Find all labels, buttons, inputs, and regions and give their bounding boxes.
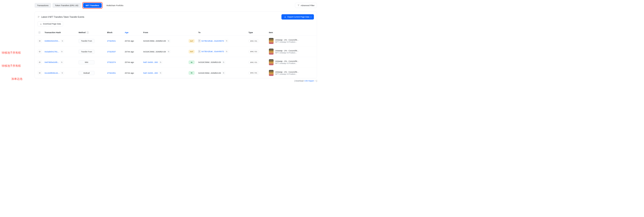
item-title[interactable]: Uniswap - 1% - Cocoro/W... (275, 39, 298, 41)
type-badge: ERC-721 (248, 39, 259, 43)
block-link[interactable]: 27322541 (107, 40, 116, 42)
copy-icon (226, 40, 228, 42)
svg-rect-15 (62, 62, 62, 63)
view-details-button[interactable] (38, 71, 42, 75)
nft-thumbnail[interactable] (269, 70, 274, 76)
table-row: 0x2ade541781... Transfer From 27322537 2… (35, 46, 317, 57)
copy-icon (61, 61, 62, 63)
method-badge: Multicall (78, 71, 94, 75)
copy-hash-button[interactable] (60, 61, 64, 64)
block-link[interactable]: 27322274 (107, 61, 116, 64)
svg-rect-6 (226, 40, 227, 41)
download-button-label: Download Page Data (43, 23, 61, 25)
tx-hash-link[interactable]: 0x2ade541781... (45, 51, 59, 53)
item-subtitle: NFT: Uniswap V3 Position... (275, 63, 298, 65)
col-age[interactable]: Age (123, 29, 142, 36)
tab-token-transfers[interactable]: Token Transfers (ERC-20) (52, 3, 81, 8)
copy-to-button[interactable] (222, 61, 225, 64)
tab-nft-transfers[interactable]: NFT Transfers (83, 3, 102, 8)
from-address[interactable]: 0x319C399d...b29d82A29 (143, 40, 166, 42)
svg-rect-19 (224, 62, 224, 63)
chevron-down-icon: ▾ (310, 16, 312, 18)
from-address[interactable]: Null: 0x000...000 (143, 72, 158, 74)
type-badge: ERC-721 (248, 71, 259, 75)
to-address[interactable]: 0x319C399d...b29d82A29 (198, 72, 221, 74)
svg-rect-12 (226, 51, 227, 52)
copy-from-button[interactable] (159, 61, 162, 64)
help-icon[interactable]: ? (38, 32, 41, 34)
copy-from-button[interactable] (167, 39, 170, 43)
help-icon[interactable]: ? (86, 32, 89, 34)
export-button-label: Export Current Page Data (288, 16, 309, 18)
svg-rect-2 (62, 40, 62, 41)
tab-transactions[interactable]: Transactions (34, 3, 51, 8)
tab-multichain-portfolio[interactable]: Multichain Portfolio (104, 3, 126, 8)
copy-hash-button[interactable] (60, 50, 64, 53)
svg-rect-26 (224, 73, 224, 73)
copy-icon (62, 40, 63, 42)
item-title[interactable]: Uniswap - 1% - Cocoro/W... (275, 71, 298, 73)
copy-to-button[interactable] (225, 39, 228, 43)
summary-text: Latest 4 NFT Transfers Token Transfer Ev… (41, 16, 84, 18)
table-row: 0x87d63e2c85... Mint 27322274 23 hrs ago… (35, 57, 317, 68)
block-link[interactable]: 27322537 (107, 51, 116, 53)
tx-hash-link[interactable]: 0x96623221f44... (45, 40, 60, 42)
download-icon (40, 23, 42, 25)
item-title[interactable]: Uniswap - 1% - Cocoro/W... (275, 60, 298, 63)
age-text: 23 hrs ago (125, 40, 134, 42)
col-from: From (142, 29, 187, 36)
svg-rect-23 (62, 72, 62, 73)
from-address[interactable]: Null: 0x000...000 (143, 61, 158, 64)
copy-hash-button[interactable] (61, 39, 64, 43)
view-details-button[interactable] (38, 50, 42, 54)
copy-icon (223, 61, 224, 63)
nft-thumbnail[interactable] (269, 49, 274, 55)
export-current-page-button[interactable]: Export Current Page Data ▾ (281, 14, 314, 20)
svg-rect-20 (223, 62, 224, 63)
nft-thumbnail[interactable] (269, 38, 274, 44)
download-page-data-button[interactable]: Download Page Data (38, 22, 63, 27)
sort-icon (38, 16, 40, 18)
block-link[interactable]: 27322251 (107, 72, 116, 74)
svg-point-21 (40, 73, 40, 73)
copy-icon (168, 40, 170, 42)
col-to: To (197, 29, 247, 36)
download-icon (284, 16, 286, 18)
nft-thumbnail[interactable] (269, 59, 274, 65)
to-address[interactable]: 0x735A2Ea6...01e045072 (202, 40, 224, 42)
svg-rect-4 (168, 40, 169, 41)
summary-text-row: Latest 4 NFT Transfers Token Transfer Ev… (38, 16, 84, 18)
csv-export-link[interactable]: CSV Export (304, 80, 314, 82)
copy-icon (61, 72, 63, 74)
eye-icon (39, 40, 41, 42)
annotation-row-1: 转移池子所有权 (2, 51, 21, 55)
age-text: 23 hrs ago (125, 72, 134, 74)
svg-rect-24 (160, 73, 161, 73)
tx-hash-link[interactable]: 0x12efd530c42... (45, 72, 60, 74)
copy-from-button[interactable] (159, 71, 162, 75)
tx-hash-link[interactable]: 0x87d63e2c85... (45, 61, 59, 64)
advanced-filter-button[interactable]: Advanced Filter (295, 3, 317, 8)
to-address[interactable]: 0x319C399d...b29d82A29 (198, 61, 221, 64)
svg-rect-16 (61, 62, 62, 63)
item-title[interactable]: Uniswap - 1% - Cocoro/W... (275, 50, 298, 52)
type-badge: ERC-721 (248, 61, 259, 64)
footer-suffix: ] (316, 80, 317, 82)
download-icon (314, 80, 316, 82)
copy-to-button[interactable] (225, 50, 228, 53)
copy-from-button[interactable] (167, 50, 170, 53)
contract-icon (198, 50, 200, 53)
view-details-button[interactable] (38, 60, 42, 64)
copy-to-button[interactable] (222, 71, 225, 75)
footer-prefix: [ Download: (294, 80, 304, 82)
eye-icon (39, 61, 41, 63)
filter-icon (297, 5, 300, 7)
copy-hash-button[interactable] (60, 71, 64, 75)
direction-badge: OUT (189, 50, 194, 53)
col-type: Type (247, 29, 268, 36)
item-subtitle: NFT: Uniswap V3 Position... (275, 73, 298, 75)
to-address[interactable]: 0x735A2Ea6...01e045072 (202, 51, 224, 53)
view-details-button[interactable] (38, 39, 42, 43)
svg-rect-11 (168, 51, 169, 52)
from-address[interactable]: 0x319C399d...b29d82A29 (143, 51, 166, 53)
